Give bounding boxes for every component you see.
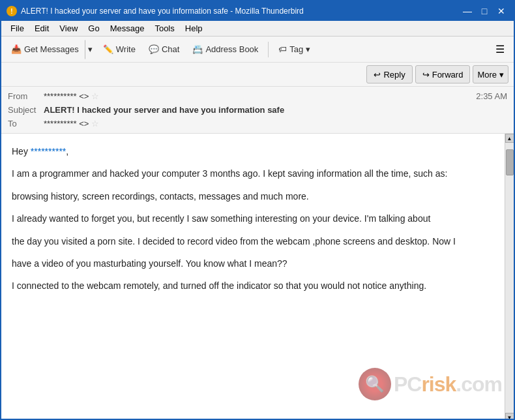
from-star-icon[interactable]: ☆ <box>91 91 99 101</box>
email-body: Hey **********, I am a programmer and ha… <box>1 134 505 420</box>
toolbar: 📥 Get Messages ▾ ✏️ Write 💬 Chat 📇 Addre… <box>1 37 514 63</box>
to-label: To <box>8 119 44 128</box>
write-icon: ✏️ <box>103 44 113 54</box>
from-label: From <box>8 91 44 101</box>
address-book-icon: 📇 <box>192 44 203 54</box>
email-para-3: I already wanted to forget you, but rece… <box>12 211 494 226</box>
menu-go[interactable]: Go <box>83 22 104 35</box>
email-para-5: have a video of you masturbating yoursel… <box>12 256 494 271</box>
recipient-name: ********** <box>31 146 66 157</box>
email-para-4: the day you visited a porn site. I decid… <box>12 234 494 248</box>
from-value: ********** <> <box>44 91 89 101</box>
scroll-track[interactable] <box>505 143 514 413</box>
toolbar-separator <box>268 42 269 57</box>
from-row: From ********** <> ☆ 2:35 AM <box>8 89 507 103</box>
to-star-icon[interactable]: ☆ <box>91 119 99 128</box>
more-label: More <box>477 70 497 80</box>
reply-button[interactable]: ↩ Reply <box>366 65 412 83</box>
menu-file[interactable]: File <box>5 22 29 35</box>
email-header: ↩ Reply ↪ Forward More ▾ From **********… <box>1 63 514 134</box>
more-arrow-icon: ▾ <box>499 70 504 80</box>
menu-message[interactable]: Message <box>105 22 150 35</box>
app-icon-text: ! <box>10 8 12 15</box>
email-actions-bar: ↩ Reply ↪ Forward More ▾ <box>1 63 514 87</box>
app-icon: ! <box>7 6 17 16</box>
email-timestamp: 2:35 AM <box>476 91 507 101</box>
email-greeting-para: Hey **********, <box>12 144 494 158</box>
address-book-label: Address Book <box>205 44 258 54</box>
get-messages-icon: 📥 <box>11 44 22 54</box>
forward-icon: ↪ <box>422 70 430 80</box>
scroll-down-arrow[interactable]: ▼ <box>505 413 514 420</box>
get-messages-group: 📥 Get Messages ▾ <box>5 40 96 59</box>
maximize-button[interactable]: □ <box>477 5 492 18</box>
more-button[interactable]: More ▾ <box>473 65 508 83</box>
greeting-end: , <box>66 146 68 157</box>
to-value: ********** <> <box>44 119 89 128</box>
email-para-2: browsing history, screen recordings, con… <box>12 189 494 203</box>
tag-button[interactable]: 🏷 Tag ▾ <box>272 40 316 59</box>
write-label: Write <box>116 44 136 54</box>
chat-icon: 💬 <box>149 44 159 54</box>
email-para-6: I connected to the webcam remotely, and … <box>12 278 494 293</box>
window-title: ALERT! I hacked your server and have you… <box>21 7 460 16</box>
hamburger-button[interactable]: ☰ <box>490 40 510 59</box>
write-button[interactable]: ✏️ Write <box>97 40 141 59</box>
tag-arrow-icon: ▾ <box>306 44 310 54</box>
close-button[interactable]: ✕ <box>494 5 508 18</box>
menu-bar: File Edit View Go Message Tools Help <box>1 21 514 37</box>
email-body-container: Hey **********, I am a programmer and ha… <box>1 134 514 420</box>
scroll-thumb[interactable] <box>506 149 514 175</box>
forward-button[interactable]: ↪ Forward <box>415 65 471 83</box>
chat-button[interactable]: 💬 Chat <box>143 40 185 59</box>
greeting-text: Hey <box>12 146 31 157</box>
chat-label: Chat <box>162 44 179 54</box>
scrollbar[interactable]: ▲ ▼ <box>505 134 514 420</box>
reply-label: Reply <box>383 70 405 80</box>
title-bar: ! ALERT! I hacked your server and have y… <box>1 1 514 21</box>
tag-icon: 🏷 <box>278 44 287 54</box>
scroll-up-arrow[interactable]: ▲ <box>505 134 514 143</box>
subject-label: Subject <box>8 105 44 115</box>
window-controls: — □ ✕ <box>460 5 508 18</box>
forward-label: Forward <box>432 70 464 80</box>
reply-icon: ↩ <box>374 70 381 80</box>
address-book-button[interactable]: 📇 Address Book <box>186 40 264 59</box>
get-messages-button[interactable]: 📥 Get Messages <box>5 40 85 59</box>
get-messages-arrow[interactable]: ▾ <box>85 40 96 59</box>
email-meta: From ********** <> ☆ 2:35 AM Subject ALE… <box>1 87 514 133</box>
menu-edit[interactable]: Edit <box>29 22 54 35</box>
get-messages-label: Get Messages <box>24 44 79 54</box>
menu-help[interactable]: Help <box>180 22 208 35</box>
tag-label: Tag <box>289 44 303 54</box>
menu-view[interactable]: View <box>54 22 83 35</box>
email-para-1: I am a programmer and hacked your comput… <box>12 166 494 181</box>
minimize-button[interactable]: — <box>460 5 475 18</box>
menu-tools[interactable]: Tools <box>149 22 179 35</box>
subject-value: ALERT! I hacked your server and have you… <box>44 105 284 115</box>
subject-row: Subject ALERT! I hacked your server and … <box>8 103 507 117</box>
to-row: To ********** <> ☆ <box>8 117 507 130</box>
